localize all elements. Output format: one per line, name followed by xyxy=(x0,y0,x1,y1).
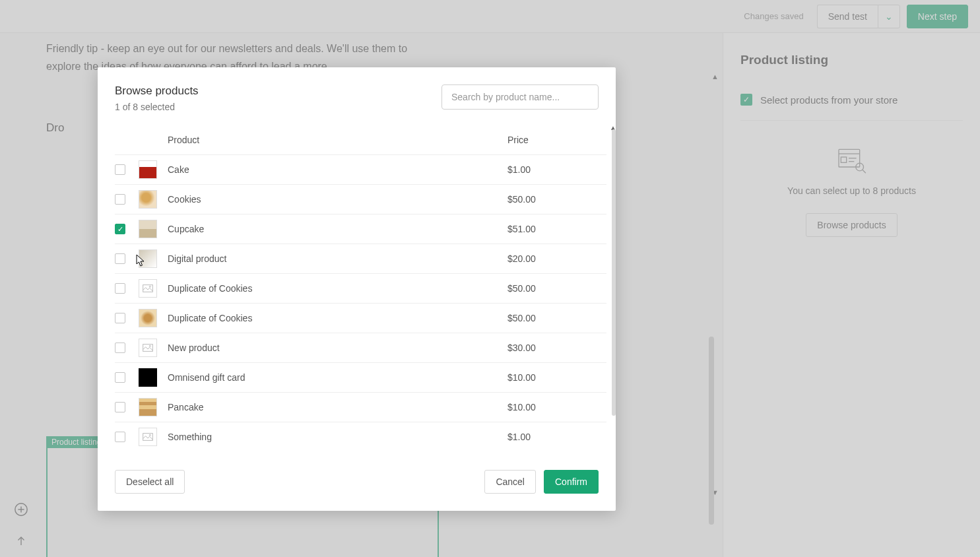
product-table-wrap: ▲ ▼ Product Price Cake$1.00Cookies$50.00… xyxy=(98,129,616,451)
product-price: $50.00 xyxy=(507,185,606,214)
cancel-button[interactable]: Cancel xyxy=(484,470,536,494)
table-row[interactable]: ✓Cupcake$51.00 xyxy=(115,214,606,244)
product-checkbox[interactable] xyxy=(115,194,125,205)
column-header-product: Product xyxy=(168,129,507,155)
deselect-all-button[interactable]: Deselect all xyxy=(115,470,185,494)
product-checkbox[interactable]: ✓ xyxy=(115,224,125,234)
product-name: Pancake xyxy=(168,393,507,422)
modal-header: Browse products 1 of 8 selected xyxy=(98,84,616,112)
product-thumbnail xyxy=(139,249,157,268)
product-checkbox[interactable] xyxy=(115,402,125,412)
product-price: $1.00 xyxy=(507,422,606,452)
product-thumbnail xyxy=(139,279,157,298)
product-price: $1.00 xyxy=(507,155,606,185)
product-name: Digital product xyxy=(168,244,507,274)
product-name: Cake xyxy=(168,155,507,185)
modal-title: Browse products xyxy=(115,84,199,98)
product-checkbox[interactable] xyxy=(115,343,125,353)
product-checkbox[interactable] xyxy=(115,164,125,175)
table-row[interactable]: Pancake$10.00 xyxy=(115,393,606,422)
product-table: Product Price Cake$1.00Cookies$50.00✓Cup… xyxy=(115,129,606,451)
modal-selected-count: 1 of 8 selected xyxy=(115,102,199,112)
table-row[interactable]: Something$1.00 xyxy=(115,422,606,452)
product-checkbox[interactable] xyxy=(115,313,125,323)
product-name: Cookies xyxy=(168,185,507,214)
search-input[interactable] xyxy=(441,84,599,110)
table-row[interactable]: Digital product$20.00 xyxy=(115,244,606,274)
product-name: Omnisend gift card xyxy=(168,363,507,393)
product-checkbox[interactable] xyxy=(115,283,125,294)
product-thumbnail xyxy=(139,160,157,179)
product-thumbnail xyxy=(139,428,157,446)
confirm-button[interactable]: Confirm xyxy=(544,470,599,494)
product-price: $50.00 xyxy=(507,304,606,333)
product-price: $20.00 xyxy=(507,244,606,274)
svg-point-14 xyxy=(149,345,150,346)
product-price: $50.00 xyxy=(507,274,606,304)
table-row[interactable]: Cookies$50.00 xyxy=(115,185,606,214)
product-thumbnail xyxy=(139,190,157,209)
product-name: Something xyxy=(168,422,507,452)
table-row[interactable]: Duplicate of Cookies$50.00 xyxy=(115,274,606,304)
product-price: $10.00 xyxy=(507,393,606,422)
product-price: $51.00 xyxy=(507,214,606,244)
product-thumbnail xyxy=(139,339,157,357)
table-scrollbar-thumb[interactable] xyxy=(612,129,616,416)
product-price: $30.00 xyxy=(507,333,606,363)
table-row[interactable]: Duplicate of Cookies$50.00 xyxy=(115,304,606,333)
table-row[interactable]: New product$30.00 xyxy=(115,333,606,363)
modal-footer: Deselect all Cancel Confirm xyxy=(98,451,616,494)
table-row[interactable]: Omnisend gift card$10.00 xyxy=(115,363,606,393)
svg-point-12 xyxy=(149,286,150,287)
product-name: New product xyxy=(168,333,507,363)
product-name: Duplicate of Cookies xyxy=(168,304,507,333)
column-header-price: Price xyxy=(507,129,606,155)
product-name: Duplicate of Cookies xyxy=(168,274,507,304)
product-checkbox[interactable] xyxy=(115,253,125,264)
product-thumbnail xyxy=(139,398,157,416)
table-row[interactable]: Cake$1.00 xyxy=(115,155,606,185)
product-thumbnail xyxy=(139,368,157,387)
product-thumbnail xyxy=(139,309,157,327)
product-checkbox[interactable] xyxy=(115,372,125,383)
product-thumbnail xyxy=(139,220,157,238)
product-checkbox[interactable] xyxy=(115,432,125,442)
browse-products-modal: Browse products 1 of 8 selected ▲ ▼ Prod… xyxy=(98,67,616,511)
product-price: $10.00 xyxy=(507,363,606,393)
product-name: Cupcake xyxy=(168,214,507,244)
svg-point-16 xyxy=(149,434,150,436)
